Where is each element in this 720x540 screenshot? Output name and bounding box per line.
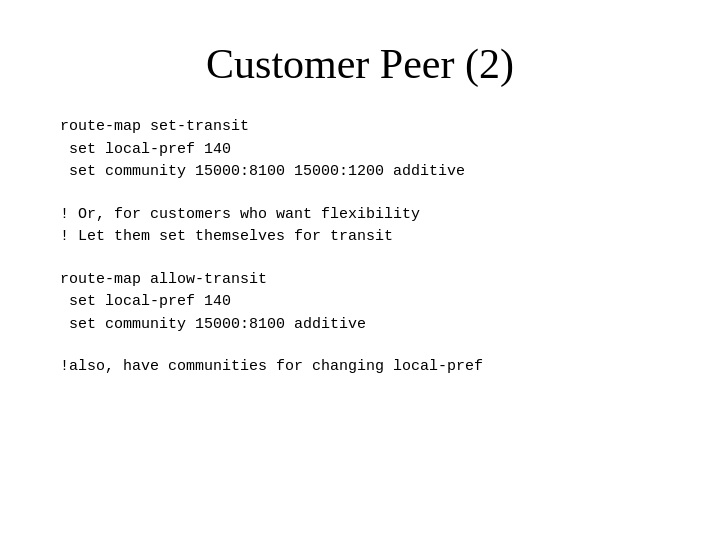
code-block-2: route-map allow-transit set local-pref 1… [60, 269, 660, 337]
code-block-1: route-map set-transit set local-pref 140… [60, 116, 660, 184]
comment-line-1-1: ! Or, for customers who want flexibility [60, 204, 660, 227]
slide-title: Customer Peer (2) [60, 40, 660, 88]
comment-block-2: !also, have communities for changing loc… [60, 356, 660, 379]
comment-line-2-1: !also, have communities for changing loc… [60, 356, 660, 379]
code-line-2-1: route-map allow-transit [60, 269, 660, 292]
code-line-1-3: set community 15000:8100 15000:1200 addi… [60, 161, 660, 184]
code-line-1-2: set local-pref 140 [60, 139, 660, 162]
comment-block-1: ! Or, for customers who want flexibility… [60, 204, 660, 249]
code-line-2-2: set local-pref 140 [60, 291, 660, 314]
comment-line-1-2: ! Let them set themselves for transit [60, 226, 660, 249]
code-line-1-1: route-map set-transit [60, 116, 660, 139]
code-line-2-3: set community 15000:8100 additive [60, 314, 660, 337]
slide-container: Customer Peer (2) route-map set-transit … [0, 0, 720, 540]
slide-content: route-map set-transit set local-pref 140… [60, 116, 660, 399]
